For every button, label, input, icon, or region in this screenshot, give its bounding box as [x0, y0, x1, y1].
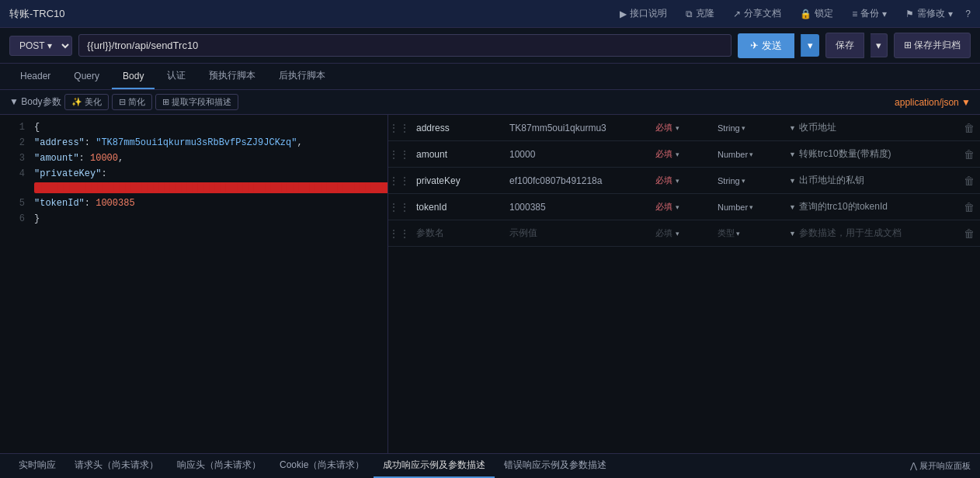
resp-tab-cookie[interactable]: Cookie（尚未请求） — [270, 454, 374, 478]
code-line-6: 6 } — [0, 211, 387, 227]
help-icon[interactable]: ? — [965, 9, 971, 19]
param-value-empty: 示例值 — [503, 222, 651, 244]
flag-icon: ⚑ — [905, 9, 914, 19]
body-toolbar: ▼ Body参数 ✨ 美化 ⊟ 简化 ⊞ 提取字段和描述 application… — [0, 90, 980, 115]
param-type-tokenid[interactable]: Number ▾ — [713, 199, 783, 215]
tab-query[interactable]: Query — [63, 64, 110, 89]
param-required-privatekey[interactable]: 必填 ▾ — [651, 171, 713, 189]
param-row-amount: ⋮⋮ amount 10000 必填 ▾ Number ▾ ▼ 转账trc10数… — [388, 141, 980, 168]
code-line-1: 1 { — [0, 120, 387, 135]
drag-handle-privatekey[interactable]: ⋮⋮ — [388, 175, 410, 187]
share-icon: ↗ — [733, 9, 741, 19]
tab-bar: Header Query Body 认证 预执行脚本 后执行脚本 — [0, 64, 980, 90]
main-split: 1 { 2 "address": "TK87mm5oui1qkurmu3sRbB… — [0, 115, 980, 453]
tab-body[interactable]: Body — [112, 64, 155, 89]
drag-handle-empty: ⋮⋮ — [388, 227, 410, 240]
drag-handle-address[interactable]: ⋮⋮ — [388, 122, 410, 134]
resp-tab-resp-headers[interactable]: 响应头（尚未请求） — [168, 454, 270, 478]
param-type-privatekey[interactable]: String ▾ — [713, 173, 783, 189]
bottom-section: 实时响应 请求头（尚未请求） 响应头（尚未请求） Cookie（尚未请求） 成功… — [0, 453, 980, 478]
resp-tab-realtime[interactable]: 实时响应 — [9, 454, 65, 478]
content-type-label[interactable]: application/json ▼ — [895, 97, 971, 108]
param-delete-amount[interactable]: 🗑 — [958, 148, 980, 161]
code-line-5: 5 "tokenId": 1000385 — [0, 196, 387, 211]
param-required-tokenid[interactable]: 必填 ▾ — [651, 198, 713, 216]
clone-icon: ⧉ — [686, 9, 693, 19]
share-doc-button[interactable]: ↗ 分享文档 — [727, 4, 787, 23]
params-panel: ⋮⋮ address TK87mm5oui1qkurmu3 必填 ▾ Strin… — [388, 115, 980, 453]
url-bar: POST ▾ ✈ 发送 ▾ 保存 ▾ ⊞ 保存并归档 — [0, 28, 980, 64]
backup-arrow-icon: ▾ — [882, 9, 887, 19]
resp-tab-req-headers[interactable]: 请求头（尚未请求） — [65, 454, 168, 478]
needs-edit-arrow-icon: ▾ — [948, 9, 953, 19]
param-name-empty: 参数名 — [410, 222, 503, 244]
param-required-empty[interactable]: 必填 ▾ — [651, 224, 713, 242]
param-row-tokenid: ⋮⋮ tokenId 1000385 必填 ▾ Number ▾ ▼ 查询的tr… — [388, 194, 980, 220]
send-button[interactable]: ✈ 发送 — [738, 33, 794, 58]
param-type-empty[interactable]: 类型 ▾ — [713, 224, 783, 242]
drag-handle-amount[interactable]: ⋮⋮ — [388, 148, 410, 161]
param-value-tokenid: 1000385 — [503, 197, 651, 217]
param-row-address: ⋮⋮ address TK87mm5oui1qkurmu3 必填 ▾ Strin… — [388, 115, 980, 141]
param-row-privatekey: ⋮⋮ privateKey ef100fc0807b491218a 必填 ▾ S… — [388, 168, 980, 194]
page-title: 转账-TRC10 — [9, 7, 65, 21]
param-desc-tokenid: ▼ 查询的trc10的tokenId — [783, 196, 958, 218]
expand-panel-button[interactable]: ⋀ 展开响应面板 — [910, 460, 971, 472]
body-toolbar-left: ▼ Body参数 ✨ 美化 ⊟ 简化 ⊞ 提取字段和描述 — [9, 94, 238, 110]
tab-header[interactable]: Header — [9, 64, 61, 89]
response-tabs: 实时响应 请求头（尚未请求） 响应头（尚未请求） Cookie（尚未请求） 成功… — [0, 454, 980, 478]
param-desc-amount: ▼ 转账trc10数量(带精度) — [783, 143, 958, 165]
param-desc-empty: ▼ 参数描述，用于生成文档 — [783, 222, 958, 244]
drag-handle-tokenid[interactable]: ⋮⋮ — [388, 201, 410, 213]
backup-button[interactable]: ≡ 备份 ▾ — [846, 4, 893, 23]
param-name-privatekey: privateKey — [410, 171, 503, 191]
send-arrow-button[interactable]: ▾ — [801, 34, 819, 57]
param-required-address[interactable]: 必填 ▾ — [651, 119, 713, 137]
extract-fields-button[interactable]: ⊞ 提取字段和描述 — [155, 94, 238, 110]
resp-tab-error[interactable]: 错误响应示例及参数描述 — [495, 454, 616, 478]
lock-button[interactable]: 🔒 锁定 — [794, 4, 839, 23]
param-name-tokenid: tokenId — [410, 197, 503, 217]
param-row-empty: ⋮⋮ 参数名 示例值 必填 ▾ 类型 ▾ ▼ 参数描述，用于生成文档 🗑 — [388, 220, 980, 247]
tab-pre-script[interactable]: 预执行脚本 — [198, 63, 266, 90]
param-required-amount[interactable]: 必填 ▾ — [651, 145, 713, 163]
backup-icon: ≡ — [852, 9, 857, 19]
param-name-address: address — [410, 118, 503, 138]
param-value-address: TK87mm5oui1qkurmu3 — [503, 118, 651, 138]
param-name-amount: amount — [410, 144, 503, 165]
resp-tab-success[interactable]: 成功响应示例及参数描述 — [374, 454, 495, 478]
method-select[interactable]: POST ▾ — [9, 36, 72, 56]
clone-button[interactable]: ⧉ 克隆 — [679, 4, 721, 23]
simplify-button[interactable]: ⊟ 简化 — [112, 94, 152, 110]
param-desc-address: ▼ 收币地址 — [783, 116, 958, 139]
param-desc-privatekey: ▼ 出币地址的私钥 — [783, 169, 958, 192]
param-delete-tokenid[interactable]: 🗑 — [958, 201, 980, 213]
tab-post-script[interactable]: 后执行脚本 — [268, 63, 336, 90]
param-value-amount: 10000 — [503, 144, 651, 165]
param-delete-privatekey[interactable]: 🗑 — [958, 175, 980, 187]
top-bar: 转账-TRC10 ▶ 接口说明 ⧉ 克隆 ↗ 分享文档 🔒 锁定 ≡ 备份 ▾ … — [0, 0, 980, 28]
code-line-3: 3 "amount": 10000, — [0, 151, 387, 166]
param-value-privatekey: ef100fc0807b491218a — [503, 171, 651, 191]
code-editor[interactable]: 1 { 2 "address": "TK87mm5oui1qkurmu3sRbB… — [0, 115, 388, 453]
save-arrow-button[interactable]: ▾ — [871, 33, 888, 57]
beautify-button[interactable]: ✨ 美化 — [64, 94, 109, 110]
lock-icon: 🔒 — [800, 9, 811, 19]
save-button[interactable]: 保存 — [825, 33, 864, 58]
code-line-4: 4 "privateKey": ████████████████████████… — [0, 166, 387, 196]
save-archive-button[interactable]: ⊞ 保存并归档 — [894, 33, 971, 58]
url-input[interactable] — [78, 34, 732, 57]
param-delete-empty[interactable]: 🗑 — [958, 227, 980, 240]
param-type-amount[interactable]: Number ▾ — [713, 147, 783, 162]
needs-edit-button[interactable]: ⚑ 需修改 ▾ — [899, 4, 959, 23]
param-type-address[interactable]: String ▾ — [713, 120, 783, 136]
body-params-label: ▼ Body参数 — [9, 95, 61, 109]
top-bar-actions: ▶ 接口说明 ⧉ 克隆 ↗ 分享文档 🔒 锁定 ≡ 备份 ▾ ⚑ 需修改 ▾ ? — [613, 4, 971, 23]
code-line-2: 2 "address": "TK87mm5oui1qkurmu3sRbBvfPs… — [0, 135, 387, 151]
api-doc-button[interactable]: ▶ 接口说明 — [613, 4, 673, 23]
play-icon: ▶ — [620, 9, 627, 19]
param-delete-address[interactable]: 🗑 — [958, 122, 980, 134]
tab-auth[interactable]: 认证 — [156, 63, 196, 90]
